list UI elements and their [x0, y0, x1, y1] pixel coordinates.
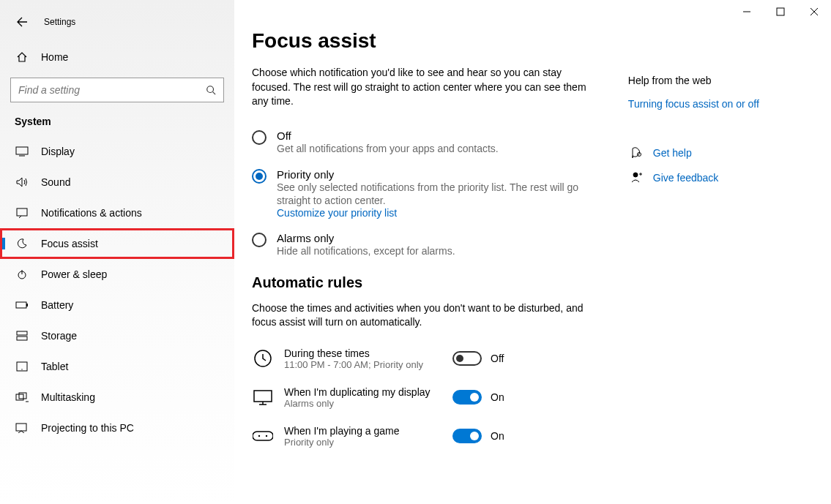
nav-label: Storage	[41, 330, 77, 342]
sound-icon	[15, 176, 29, 188]
rule-duplicating-display[interactable]: When I'm duplicating my display Alarms o…	[252, 386, 628, 409]
svg-point-12	[21, 369, 22, 369]
close-button[interactable]	[797, 0, 831, 23]
minimize-button[interactable]	[730, 0, 764, 23]
svg-rect-9	[17, 331, 27, 335]
notifications-icon	[15, 208, 29, 218]
clock-icon	[252, 347, 274, 369]
category-title: System	[15, 116, 220, 127]
nav-label: Battery	[41, 299, 73, 311]
rule-sub: 11:00 PM - 7:00 AM; Priority only	[284, 359, 452, 370]
svg-line-1	[213, 92, 216, 95]
rules-description: Choose the times and activities when you…	[252, 301, 589, 330]
svg-point-22	[266, 435, 267, 437]
rules-heading: Automatic rules	[252, 274, 628, 291]
help-panel: Help from the web Turning focus assist o…	[628, 29, 802, 504]
svg-rect-10	[17, 336, 27, 340]
toggle-off[interactable]	[452, 351, 482, 366]
get-help-label: Get help	[653, 147, 692, 159]
sidebar-item-display[interactable]: Display	[0, 136, 234, 167]
window-title: Settings	[44, 17, 75, 27]
sidebar-item-projecting[interactable]: Projecting to this PC	[0, 413, 234, 443]
svg-rect-18	[254, 391, 272, 402]
nav-label: Focus assist	[41, 238, 98, 249]
svg-rect-14	[19, 393, 26, 399]
opt-title: Off	[277, 129, 499, 142]
sidebar-item-storage[interactable]: Storage	[0, 320, 234, 351]
option-off[interactable]: Off Get all notifications from your apps…	[252, 129, 628, 155]
nav-label: Tablet	[41, 361, 68, 372]
svg-rect-7	[16, 302, 26, 308]
page-title: Focus assist	[252, 29, 628, 53]
give-feedback-link[interactable]: Give feedback	[628, 171, 802, 184]
tablet-icon	[15, 361, 29, 372]
svg-point-24	[633, 173, 638, 177]
svg-rect-26	[777, 8, 784, 15]
power-icon	[15, 268, 29, 280]
help-web-link[interactable]: Turning focus assist on or off	[628, 98, 802, 110]
nav-label: Sound	[41, 176, 70, 188]
customize-priority-link[interactable]: Customize your priority list	[277, 207, 592, 219]
gamepad-icon	[252, 425, 274, 447]
radio-icon	[252, 233, 267, 247]
moon-icon	[15, 238, 29, 249]
get-help-link[interactable]: Get help	[628, 146, 802, 159]
sidebar-item-notifications[interactable]: Notifications & actions	[0, 198, 234, 228]
sidebar-item-sound[interactable]: Sound	[0, 167, 234, 198]
svg-rect-16	[16, 424, 26, 431]
sidebar-item-power[interactable]: Power & sleep	[0, 259, 234, 290]
svg-point-21	[258, 435, 260, 437]
sidebar-item-focus-assist[interactable]: Focus assist	[0, 228, 234, 259]
svg-rect-8	[26, 304, 28, 306]
svg-rect-2	[16, 147, 28, 154]
radio-icon	[252, 169, 267, 184]
toggle-on[interactable]	[452, 390, 482, 405]
rule-title: When I'm duplicating my display	[284, 386, 452, 398]
toggle-on[interactable]	[452, 429, 482, 443]
opt-sub: Get all notifications from your apps and…	[277, 142, 499, 155]
svg-rect-4	[17, 208, 27, 216]
rule-title: When I'm playing a game	[284, 425, 452, 437]
toggle-state: Off	[491, 353, 504, 364]
sidebar: Settings Home System Display S	[0, 0, 234, 504]
nav-label: Display	[41, 146, 75, 157]
projecting-icon	[15, 423, 29, 433]
feedback-icon	[628, 171, 646, 184]
nav-label: Projecting to this PC	[41, 422, 134, 434]
nav-label: Multitasking	[41, 391, 95, 403]
rule-playing-game[interactable]: When I'm playing a game Priority only On	[252, 425, 628, 448]
sidebar-item-battery[interactable]: Battery	[0, 290, 234, 320]
sidebar-item-home[interactable]: Home	[0, 44, 234, 70]
rule-during-times[interactable]: During these times 11:00 PM - 7:00 AM; P…	[252, 347, 628, 370]
help-icon	[628, 146, 646, 159]
toggle-state: On	[491, 430, 504, 442]
back-button[interactable]	[15, 15, 29, 29]
home-icon	[15, 51, 29, 63]
display-icon	[15, 146, 29, 157]
nav-label: Notifications & actions	[41, 207, 142, 219]
opt-sub: Hide all notifications, except for alarm…	[277, 244, 455, 257]
maximize-button[interactable]	[764, 0, 797, 23]
sidebar-item-tablet[interactable]: Tablet	[0, 351, 234, 382]
multitasking-icon	[15, 392, 29, 402]
rule-sub: Alarms only	[284, 398, 452, 409]
sidebar-item-multitasking[interactable]: Multitasking	[0, 382, 234, 413]
battery-icon	[15, 301, 29, 309]
storage-icon	[15, 331, 29, 341]
rule-title: During these times	[284, 347, 452, 359]
svg-point-0	[207, 86, 214, 93]
home-label: Home	[41, 51, 68, 63]
page-description: Choose which notification you'd like to …	[252, 66, 589, 109]
option-priority-only[interactable]: Priority only See only selected notifica…	[252, 168, 628, 219]
search-field[interactable]	[18, 84, 206, 96]
nav-list: Display Sound Notifications & actions Fo…	[0, 136, 234, 443]
svg-rect-13	[16, 394, 23, 400]
arrow-left-icon	[16, 16, 28, 28]
radio-icon	[252, 130, 267, 145]
nav-label: Power & sleep	[41, 268, 107, 280]
rule-sub: Priority only	[284, 437, 452, 448]
search-input[interactable]	[10, 78, 224, 102]
option-alarms-only[interactable]: Alarms only Hide all notifications, exce…	[252, 232, 628, 257]
toggle-state: On	[491, 391, 504, 403]
opt-title: Priority only	[277, 168, 592, 181]
